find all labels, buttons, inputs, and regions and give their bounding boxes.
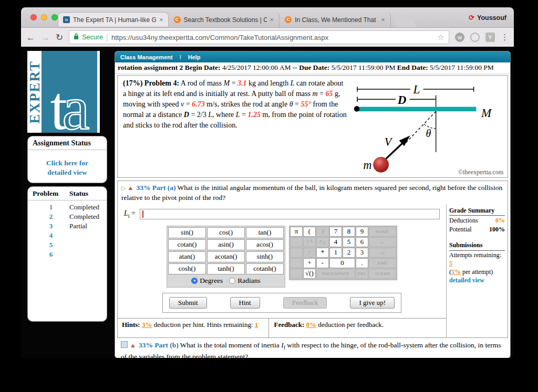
calc-key[interactable]: 3: [356, 248, 368, 258]
collapsed-part-icon[interactable]: [121, 341, 128, 348]
problem-statement-box: (17%) Problem 4: A rod of mass M = 3.1 k…: [117, 75, 508, 178]
calc-key[interactable]: HOME: [369, 227, 396, 237]
y-extension-icon[interactable]: Y: [485, 33, 495, 42]
close-tab-icon[interactable]: ×: [381, 17, 385, 23]
calc-key[interactable]: ): [316, 227, 329, 237]
part-a-body: Li = sin()cos()tan()cotan()asin()acos()a…: [118, 204, 508, 337]
angle-unit-row: Degrees Radians: [168, 276, 284, 286]
new-tab-button[interactable]: [392, 15, 416, 27]
calc-key[interactable]: √(): [303, 269, 316, 279]
function-key-row: cosh()tanh()cotanh(): [168, 263, 284, 274]
calc-func-key[interactable]: cotan(): [168, 239, 206, 250]
part-a-question-text: 33% Part (a) What is the initial angular…: [121, 184, 502, 202]
calc-key[interactable]: .: [356, 258, 368, 268]
answer-input[interactable]: [140, 209, 440, 219]
calc-func-key[interactable]: tanh(): [207, 263, 245, 274]
detailed-view-link[interactable]: Click here for detailed view: [31, 158, 104, 177]
chrome-menu-icon[interactable]: ⋮: [501, 33, 509, 42]
calc-func-key[interactable]: sinh(): [246, 251, 284, 262]
calc-key[interactable]: ↑^: [303, 237, 316, 247]
nav-help[interactable]: Help: [188, 54, 201, 60]
calc-func-key[interactable]: acos(): [246, 239, 284, 250]
expert-ta-favicon: ta: [63, 16, 70, 23]
calc-key[interactable]: ←: [369, 237, 396, 247]
browser-profile[interactable]: ⟳ Youssouf: [469, 14, 506, 22]
reload-icon[interactable]: ↻: [56, 33, 63, 42]
calc-key[interactable]: π: [290, 227, 303, 237]
grade-row-deductions: Deductions 0%: [449, 216, 505, 225]
tab-chegg-class[interactable]: C In Class, We Mentioned That T ×: [280, 12, 391, 27]
hint-button[interactable]: Hint: [230, 297, 260, 309]
submissions-detailed-view-link[interactable]: detailed view: [449, 276, 505, 284]
calc-key[interactable]: BACKSPACE: [316, 269, 355, 279]
problem-number-link[interactable]: 1: [33, 203, 69, 211]
calc-func-key[interactable]: acotan(): [207, 251, 245, 262]
forward-icon[interactable]: →: [41, 33, 50, 42]
calc-key[interactable]: 7: [329, 227, 342, 237]
assignment-status-box: Assignment Status Click here for detaile…: [27, 136, 107, 183]
problem-number-link[interactable]: 3: [33, 222, 69, 230]
feedback-button[interactable]: Feedback: [283, 297, 327, 309]
calc-func-key[interactable]: atan(): [168, 251, 206, 262]
minimize-window-button[interactable]: [41, 14, 47, 20]
calc-key[interactable]: 8: [343, 227, 355, 237]
radians-radio[interactable]: Radians: [229, 277, 261, 285]
back-icon[interactable]: ←: [26, 33, 35, 42]
calc-func-key[interactable]: asin(): [207, 239, 245, 250]
tab-chegg-search[interactable]: C Search Textbook Solutions | C ×: [169, 12, 280, 27]
degrees-label: Degrees: [200, 277, 223, 285]
problem-number-link[interactable]: 6: [33, 250, 69, 259]
circle-extension-icon[interactable]: [470, 33, 480, 42]
calc-func-key[interactable]: tan(): [246, 227, 284, 238]
calc-key[interactable]: +: [303, 258, 316, 268]
degrees-radio[interactable]: Degrees: [191, 277, 223, 285]
expand-part-icon[interactable]: ▷: [121, 185, 126, 191]
bookmark-star-icon[interactable]: ☆: [438, 33, 444, 42]
calc-key[interactable]: CLEAR: [369, 269, 396, 279]
close-window-button[interactable]: [30, 14, 37, 20]
calc-key[interactable]: /: [303, 248, 316, 258]
calc-key[interactable]: 1: [329, 248, 342, 258]
grade-summary-title: Grade Summary: [449, 206, 505, 216]
calc-key[interactable]: 2: [343, 248, 355, 258]
problem-number-link[interactable]: 5: [33, 241, 69, 249]
calc-key[interactable]: 4: [329, 237, 342, 247]
zoom-window-button[interactable]: [51, 14, 58, 20]
nav-separator: I: [180, 54, 181, 60]
problem-row: 5: [33, 241, 102, 249]
calc-key[interactable]: 5: [343, 237, 355, 247]
calc-key[interactable]: END: [369, 258, 396, 268]
i-give-up-button[interactable]: I give up!: [350, 297, 395, 309]
calc-key[interactable]: ^↓: [316, 237, 329, 247]
calc-key[interactable]: 9: [356, 227, 368, 237]
url-bar[interactable]: Secure | https://usu34ny.theexpertta.com…: [69, 30, 449, 44]
calc-key[interactable]: (: [303, 227, 316, 237]
calc-func-key[interactable]: cosh(): [168, 263, 206, 274]
calc-key[interactable]: -: [316, 258, 329, 268]
problem-number-link[interactable]: 4: [33, 231, 69, 240]
tab-title: In Class, We Mentioned That T: [295, 16, 378, 24]
calc-key[interactable]: →: [369, 248, 396, 258]
calc-key[interactable]: DEL: [356, 269, 368, 279]
calc-key[interactable]: 0: [329, 258, 355, 268]
diagram-label-theta: θ: [426, 128, 431, 139]
warning-icon: ▲!: [130, 340, 137, 351]
diagram-label-D: D: [397, 93, 407, 107]
keypad-row: π()789HOME: [290, 227, 396, 237]
close-tab-icon[interactable]: ×: [159, 17, 163, 23]
close-tab-icon[interactable]: ×: [270, 17, 274, 23]
calc-func-key[interactable]: cos(): [207, 227, 245, 238]
per-attempt-note: (5% per attempt): [449, 268, 505, 276]
calc-func-key[interactable]: cotanh(): [246, 263, 284, 274]
tab-expert-ta[interactable]: ta The Expert TA | Human-like Gr ×: [58, 12, 169, 27]
calc-func-key[interactable]: sin(): [168, 227, 206, 238]
deductions-label: Deductions: [449, 216, 478, 225]
calc-key[interactable]: *: [316, 248, 329, 258]
problem-number-link[interactable]: 2: [33, 213, 69, 221]
calc-key[interactable]: 6: [356, 237, 368, 247]
nav-class-management[interactable]: Class Management: [120, 54, 173, 60]
w-extension-icon[interactable]: w: [455, 33, 464, 42]
function-key-row: sin()cos()tan(): [168, 227, 284, 238]
submit-button[interactable]: Submit: [169, 297, 207, 309]
problem-row: 1Completed: [33, 203, 102, 211]
